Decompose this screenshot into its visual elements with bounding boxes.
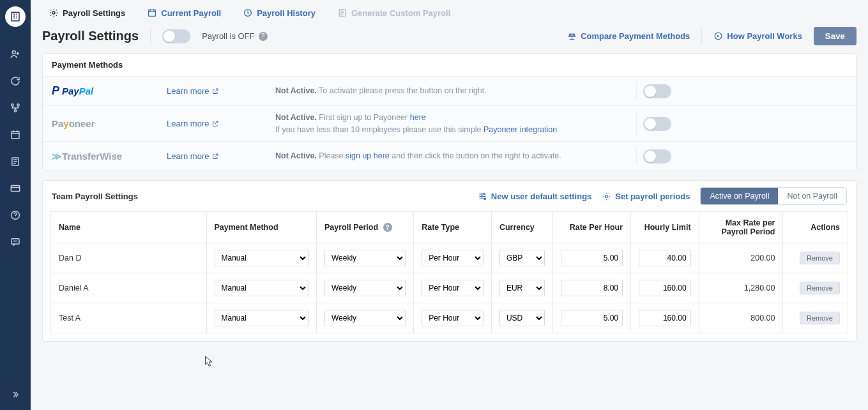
sidebar xyxy=(0,0,31,410)
payroll-enable-toggle[interactable] xyxy=(162,29,190,43)
help-icon[interactable]: ? xyxy=(383,223,392,232)
tab-label: Current Payroll xyxy=(161,8,221,18)
currency-select[interactable]: EUR xyxy=(499,280,545,296)
hourly-limit-input[interactable] xyxy=(639,250,691,266)
paypal-toggle[interactable] xyxy=(643,84,671,98)
table-row: Test AManualWeeklyPer HourUSD800.00Remov… xyxy=(51,303,848,333)
compare-methods-link[interactable]: Compare Payment Methods xyxy=(567,31,690,41)
payoneer-toggle[interactable] xyxy=(643,117,671,131)
rate-per-hour-input[interactable] xyxy=(561,280,623,296)
divider xyxy=(150,27,151,45)
transferwise-logo: ≫TransferWise xyxy=(52,151,167,162)
nav-document-icon[interactable] xyxy=(0,148,31,175)
payoneer-status: Not Active. First sign up to Payoneer he… xyxy=(275,112,636,135)
rate-type-select[interactable]: Per Hour xyxy=(422,310,483,326)
new-user-defaults-link[interactable]: New user default settings xyxy=(478,192,591,201)
set-periods-link[interactable]: Set payroll periods xyxy=(602,192,690,201)
page-title: Payroll Settings xyxy=(42,29,139,43)
svg-point-17 xyxy=(481,195,483,197)
hourly-limit-input[interactable] xyxy=(639,310,691,326)
tab-payroll-history[interactable]: Payroll History xyxy=(243,8,316,18)
payment-methods-heading: Payment Methods xyxy=(43,54,856,76)
rate-type-select[interactable]: Per Hour xyxy=(422,250,483,266)
gear-icon xyxy=(49,8,59,18)
tab-label: Payroll Settings xyxy=(63,8,125,18)
pm-row-payoneer: Payoneer Learn more Not Active. First si… xyxy=(43,105,856,141)
col-rate-type[interactable]: Rate Type xyxy=(414,212,492,243)
svg-rect-0 xyxy=(11,12,19,21)
svg-point-11 xyxy=(52,11,55,14)
payment-method-select[interactable]: Manual xyxy=(215,280,308,296)
remove-button[interactable]: Remove xyxy=(800,252,840,264)
team-payroll-card: Team Payroll Settings New user default s… xyxy=(42,180,857,342)
col-actions[interactable]: Actions xyxy=(783,212,848,243)
col-max-rate[interactable]: Max Rate per Payroll Period xyxy=(699,212,783,243)
svg-rect-12 xyxy=(149,10,156,16)
nav-chat-icon[interactable] xyxy=(0,229,31,255)
col-name[interactable]: Name xyxy=(51,212,207,243)
payroll-period-select[interactable]: Weekly xyxy=(324,310,406,326)
generate-icon xyxy=(337,8,347,18)
payoneer-here-link[interactable]: here xyxy=(410,113,426,122)
svg-point-4 xyxy=(14,110,16,112)
tab-label: Generate Custom Payroll xyxy=(351,8,450,18)
payment-method-select[interactable]: Manual xyxy=(215,310,308,326)
rate-type-select[interactable]: Per Hour xyxy=(422,280,483,296)
payoneer-learn-more-link[interactable]: Learn more xyxy=(167,119,275,128)
pill-not-on-payroll[interactable]: Not on Payroll xyxy=(778,188,846,204)
rate-per-hour-input[interactable] xyxy=(561,250,623,266)
col-rate-per-hour[interactable]: Rate Per Hour xyxy=(553,212,631,243)
external-link-icon xyxy=(211,153,219,160)
remove-button[interactable]: Remove xyxy=(800,312,840,324)
nav-help-icon[interactable] xyxy=(0,202,31,229)
nav-add-user-icon[interactable] xyxy=(0,41,31,68)
col-currency[interactable]: Currency xyxy=(491,212,552,243)
sidebar-expand-icon[interactable] xyxy=(0,383,31,406)
tab-current-payroll[interactable]: Current Payroll xyxy=(147,8,221,18)
tab-label: Payroll History xyxy=(257,8,316,18)
team-table: Name Payment Method Payroll Period ? Rat… xyxy=(50,211,848,333)
external-link-icon xyxy=(211,87,219,95)
rate-per-hour-input[interactable] xyxy=(561,310,623,326)
payoneer-integration-link[interactable]: Payoneer integration xyxy=(483,125,557,134)
hourly-limit-input[interactable] xyxy=(639,280,691,296)
nav-calendar-icon[interactable] xyxy=(0,121,31,148)
play-circle-icon xyxy=(713,31,723,41)
help-icon[interactable]: ? xyxy=(259,32,268,41)
payroll-period-select[interactable]: Weekly xyxy=(324,280,406,296)
svg-point-2 xyxy=(11,104,13,106)
col-period[interactable]: Payroll Period ? xyxy=(316,212,413,243)
payroll-filter-tabs: Active on Payroll Not on Payroll xyxy=(700,187,847,205)
app-logo[interactable] xyxy=(5,6,26,27)
cell-name: Dan D xyxy=(51,243,207,273)
save-button[interactable]: Save xyxy=(814,27,857,45)
how-payroll-works-link[interactable]: How Payroll Works xyxy=(713,31,802,41)
nav-card-icon[interactable] xyxy=(0,175,31,202)
transferwise-signup-link[interactable]: sign up here xyxy=(346,151,390,160)
table-row: Daniel AManualWeeklyPer HourEUR1,280.00R… xyxy=(51,273,848,303)
pill-active-on-payroll[interactable]: Active on Payroll xyxy=(701,188,778,204)
remove-button[interactable]: Remove xyxy=(800,282,840,294)
paypal-learn-more-link[interactable]: Learn more xyxy=(167,86,275,96)
main-content: Payroll Settings Current Payroll Payroll… xyxy=(31,0,868,410)
toggle-label: Payroll is OFF ? xyxy=(202,31,267,41)
transferwise-learn-more-link[interactable]: Learn more xyxy=(167,151,275,161)
paypal-logo: PPayPal xyxy=(52,84,167,98)
payroll-period-select[interactable]: Weekly xyxy=(324,250,406,266)
divider xyxy=(701,27,702,45)
tab-payroll-settings[interactable]: Payroll Settings xyxy=(49,8,125,18)
pm-row-transferwise: ≫TransferWise Learn more Not Active. Ple… xyxy=(43,141,856,171)
cell-max-rate: 1,280.00 xyxy=(699,273,783,303)
team-heading: Team Payroll Settings xyxy=(52,192,138,201)
col-hourly-limit[interactable]: Hourly Limit xyxy=(631,212,699,243)
calendar-icon xyxy=(147,8,157,18)
payment-method-select[interactable]: Manual xyxy=(215,250,308,266)
svg-point-3 xyxy=(17,104,19,106)
nav-workflow-icon[interactable] xyxy=(0,95,31,121)
nav-refresh-icon[interactable] xyxy=(0,68,31,95)
transferwise-status: Not Active. Please sign up here and then… xyxy=(275,150,636,162)
col-method[interactable]: Payment Method xyxy=(206,212,316,243)
currency-select[interactable]: USD xyxy=(499,310,545,326)
currency-select[interactable]: GBP xyxy=(499,250,545,266)
transferwise-toggle[interactable] xyxy=(643,149,671,163)
